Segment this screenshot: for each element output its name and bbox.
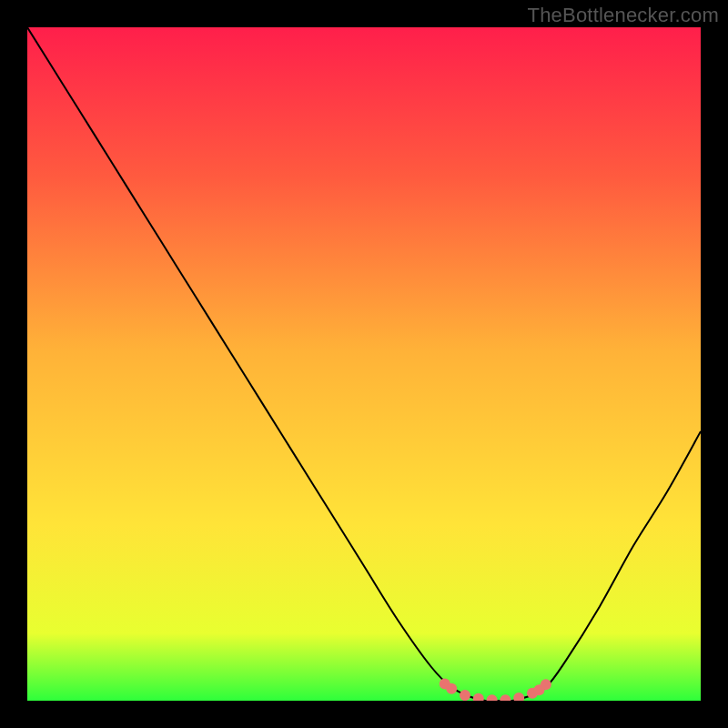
plot-area (27, 27, 701, 701)
marker-dot (541, 679, 551, 690)
chart-frame: TheBottlenecker.com (0, 0, 728, 728)
gradient-background (27, 27, 701, 701)
watermark: TheBottlenecker.com (528, 4, 719, 27)
marker-dot (460, 690, 470, 701)
marker-dot (446, 683, 457, 694)
chart-svg (27, 27, 701, 701)
